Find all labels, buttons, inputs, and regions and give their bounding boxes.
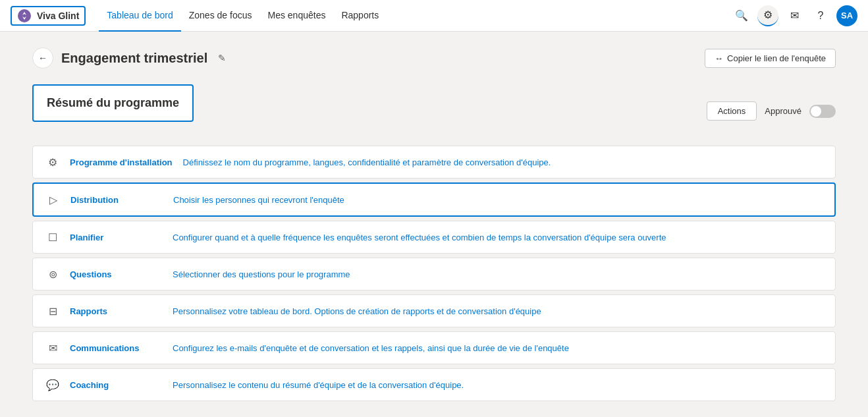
page-header: ← Engagement trimestriel ✎ ↔ Copier le l… <box>32 47 836 69</box>
menu-item-communications[interactable]: ✉ Communications Configurez les e-mails … <box>32 331 836 364</box>
planifier-name: Planifier <box>70 233 162 242</box>
topnav-actions: 🔍 ⚙ ✉ ? SA <box>731 5 857 26</box>
menu-item-installation[interactable]: ⚙ Programme d'installation Définissez le… <box>32 146 836 179</box>
distribution-icon: ▷ <box>47 193 60 206</box>
topnav: Viva Glint Tableau de bord Zones de focu… <box>0 0 868 32</box>
page-header-left: ← Engagement trimestriel ✎ <box>32 47 226 69</box>
rapports-icon: ⊟ <box>46 304 59 318</box>
toolbar-row: Actions Approuvé <box>707 101 836 121</box>
communications-desc: Configurez les e-mails d'enquête et de c… <box>173 343 569 353</box>
copy-link-button[interactable]: ↔ Copier le lien de l'enquête <box>705 49 836 68</box>
questions-name: Questions <box>70 269 162 279</box>
rapports-name: Rapports <box>70 306 162 316</box>
viva-glint-logo-icon <box>17 9 32 23</box>
menu-item-planifier[interactable]: ☐ Planifier Configurer quand et à quelle… <box>32 221 836 254</box>
distribution-name: Distribution <box>70 195 163 205</box>
svg-point-0 <box>18 9 31 22</box>
copy-link-label: Copier le lien de l'enquête <box>727 53 826 63</box>
page-title: Engagement trimestriel <box>61 51 207 66</box>
notifications-button[interactable]: ✉ <box>784 5 805 26</box>
approved-toggle[interactable] <box>809 105 836 118</box>
search-button[interactable]: 🔍 <box>731 5 752 26</box>
coaching-name: Coaching <box>70 380 162 390</box>
rapports-desc: Personnalisez votre tableau de bord. Opt… <box>173 306 541 316</box>
back-button[interactable]: ← <box>32 47 53 69</box>
edit-title-icon[interactable]: ✎ <box>218 53 226 63</box>
page-content: ← Engagement trimestriel ✎ ↔ Copier le l… <box>6 32 862 417</box>
coaching-icon: 💬 <box>46 378 59 391</box>
installation-icon: ⚙ <box>46 155 59 169</box>
nav-enquetes[interactable]: Mes enquêtes <box>259 0 333 32</box>
menu-item-rapports[interactable]: ⊟ Rapports Personnalisez votre tableau d… <box>32 294 836 327</box>
menu-item-distribution[interactable]: ▷ Distribution Choisir les personnes qui… <box>32 182 836 217</box>
installation-name: Programme d'installation <box>70 157 173 167</box>
questions-icon: ⊚ <box>46 267 59 281</box>
actions-button[interactable]: Actions <box>707 101 757 121</box>
nav-zones[interactable]: Zones de focus <box>181 0 260 32</box>
copy-link-icon: ↔ <box>715 53 723 63</box>
program-section: Résumé du programme <box>32 84 194 122</box>
section-header-area: Résumé du programme Actions Approuvé <box>32 84 836 138</box>
communications-name: Communications <box>70 343 162 353</box>
menu-list: ⚙ Programme d'installation Définissez le… <box>32 146 836 401</box>
settings-button[interactable]: ⚙ <box>757 5 778 26</box>
logo-text: Viva Glint <box>37 11 79 21</box>
installation-desc: Définissez le nom du programme, langues,… <box>183 157 551 167</box>
distribution-desc: Choisir les personnes qui recevront l'en… <box>173 195 344 205</box>
nav-links: Tableau de bord Zones de focus Mes enquê… <box>99 0 731 32</box>
approved-label: Approuvé <box>765 106 801 116</box>
coaching-desc: Personnalisez le contenu du résumé d'équ… <box>173 380 464 390</box>
planifier-icon: ☐ <box>46 231 59 244</box>
menu-item-questions[interactable]: ⊚ Questions Sélectionner des questions p… <box>32 258 836 291</box>
menu-item-coaching[interactable]: 💬 Coaching Personnalisez le contenu du r… <box>32 368 836 401</box>
program-section-title: Résumé du programme <box>47 96 179 109</box>
help-button[interactable]: ? <box>810 5 831 26</box>
nav-rapports[interactable]: Rapports <box>333 0 387 32</box>
planifier-desc: Configurer quand et à quelle fréquence l… <box>173 233 666 242</box>
back-icon: ← <box>38 53 47 63</box>
nav-tableau[interactable]: Tableau de bord <box>99 0 180 32</box>
logo[interactable]: Viva Glint <box>11 6 86 26</box>
communications-icon: ✉ <box>46 341 59 354</box>
avatar[interactable]: SA <box>836 5 857 26</box>
questions-desc: Sélectionner des questions pour le progr… <box>173 269 350 279</box>
